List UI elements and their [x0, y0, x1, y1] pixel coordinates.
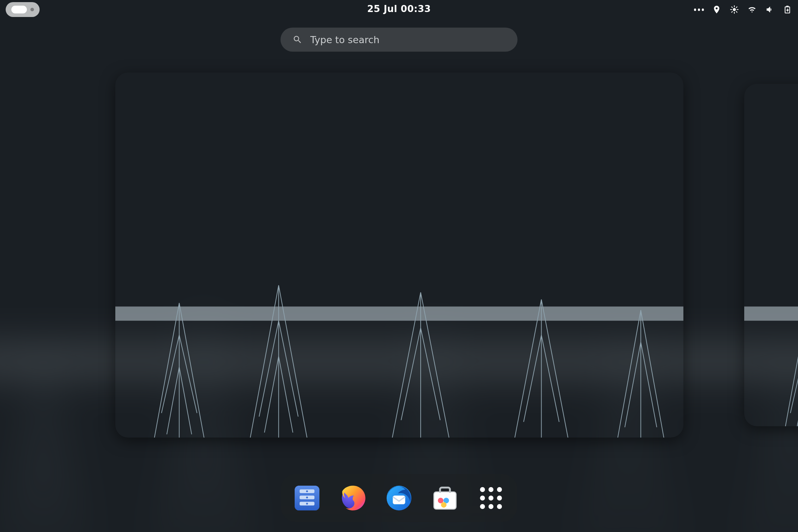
- svg-point-56: [306, 503, 308, 504]
- svg-rect-34: [115, 246, 683, 264]
- firefox-icon: [338, 483, 368, 513]
- svg-rect-59: [393, 496, 405, 504]
- svg-point-55: [306, 497, 308, 498]
- dash-app-firefox[interactable]: [337, 482, 369, 514]
- svg-rect-36: [115, 307, 683, 321]
- svg-rect-46: [744, 246, 798, 264]
- svg-rect-47: [744, 307, 798, 426]
- svg-rect-48: [744, 307, 798, 321]
- brightness-icon[interactable]: [729, 5, 739, 15]
- dash-app-files[interactable]: [291, 482, 323, 514]
- svg-point-24: [733, 8, 736, 11]
- workspace-dot-icon: [30, 8, 34, 11]
- volume-icon[interactable]: [765, 5, 775, 15]
- svg-rect-33: [115, 246, 683, 339]
- svg-point-29: [115, 161, 364, 253]
- svg-point-63: [441, 502, 447, 508]
- search-icon: [293, 35, 302, 45]
- top-bar: 25 Jul 00:33: [0, 0, 798, 19]
- svg-point-54: [306, 490, 308, 492]
- location-icon[interactable]: [712, 5, 722, 15]
- dash-app-software[interactable]: [429, 482, 461, 514]
- svg-point-41: [744, 161, 798, 253]
- svg-point-30: [300, 147, 626, 246]
- activities-button[interactable]: [6, 2, 40, 17]
- search-input[interactable]: [310, 34, 505, 45]
- dash: [281, 474, 517, 522]
- workspace-1[interactable]: [115, 73, 683, 438]
- overview-search[interactable]: [281, 28, 517, 52]
- svg-rect-45: [744, 246, 798, 339]
- thunderbird-icon: [384, 483, 414, 513]
- show-apps-button[interactable]: [475, 482, 507, 514]
- workspace-switcher: [0, 73, 798, 438]
- battery-icon[interactable]: [782, 5, 792, 15]
- apps-grid-icon: [480, 487, 502, 509]
- svg-point-32: [258, 143, 470, 214]
- system-tray: [694, 5, 792, 15]
- clock-button[interactable]: 25 Jul 00:33: [367, 4, 431, 14]
- workspace-2[interactable]: [744, 84, 798, 426]
- wifi-icon[interactable]: [747, 5, 757, 15]
- activities-indicator-icon: [11, 6, 27, 13]
- svg-rect-28: [115, 73, 683, 438]
- tray-more-icon[interactable]: [694, 5, 704, 15]
- software-icon: [430, 483, 460, 513]
- svg-point-31: [509, 172, 683, 257]
- files-icon: [292, 483, 322, 513]
- svg-rect-40: [744, 84, 798, 426]
- dash-app-thunderbird[interactable]: [383, 482, 415, 514]
